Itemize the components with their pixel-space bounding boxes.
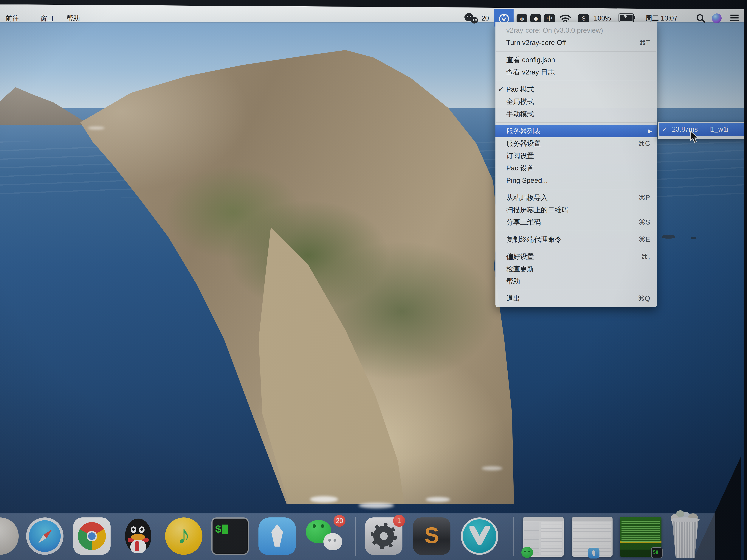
dock-terminal[interactable]: $: [211, 517, 249, 555]
menu-item-global-mode[interactable]: 全局模式: [495, 96, 657, 108]
dock-sublime-text[interactable]: S: [413, 517, 450, 555]
spotlight-icon[interactable]: [696, 14, 705, 23]
dock-qq[interactable]: [120, 517, 157, 555]
dock-window-wechat[interactable]: [523, 517, 564, 557]
dock-wechat[interactable]: 20: [306, 517, 343, 555]
submenu-arrow-icon: [648, 129, 652, 134]
dock-app-partial[interactable]: [0, 517, 19, 555]
submenu-item-server[interactable]: ✓ 23.87ms l1_w1i: [659, 123, 744, 136]
menu-item-server-list[interactable]: 服务器列表: [495, 125, 657, 137]
dock-system-preferences[interactable]: 1: [365, 517, 403, 555]
dock-safari[interactable]: [26, 517, 63, 555]
menu-item-server-settings[interactable]: 服务器设置⌘C: [495, 137, 657, 150]
system-preferences-badge: 1: [393, 515, 405, 527]
menu-go[interactable]: 前往: [6, 13, 19, 24]
server-list-submenu: ✓ 23.87ms l1_w1i: [658, 122, 744, 139]
menu-item-share-qr[interactable]: 分享二维码⌘S: [495, 216, 657, 229]
menu-item-scan-qr[interactable]: 扫描屏幕上的二维码: [495, 204, 657, 216]
menu-item-help[interactable]: 帮助: [495, 275, 657, 288]
dock-separator: [355, 517, 356, 556]
menu-item-import-from-pasteboard[interactable]: 从粘贴板导入⌘P: [495, 191, 657, 204]
notification-center-icon[interactable]: [730, 15, 739, 22]
server-name: l1_w1i: [709, 126, 728, 133]
mouse-cursor: [690, 131, 701, 144]
menu-item-preferences[interactable]: 偏好设置⌘,: [495, 250, 657, 263]
menu-item-ping-speed[interactable]: Ping Speed...: [495, 175, 657, 187]
input-method-icon[interactable]: 中: [544, 14, 555, 23]
screen: 前往 窗口 帮助 20 ☺ ◆ 中 S 100%: [0, 0, 744, 560]
sogou-icon[interactable]: S: [578, 14, 589, 23]
wechat-badge: 20: [334, 515, 345, 527]
menu-item-pac-settings[interactable]: Pac 设置: [495, 162, 657, 175]
menu-item-core-status: v2ray-core: On (v3.0.0.preview): [495, 24, 657, 36]
battery-charging-icon[interactable]: [619, 12, 636, 23]
menu-item-check-updates[interactable]: 检查更新: [495, 263, 657, 275]
dock-chrome[interactable]: [73, 517, 110, 555]
pen-icon[interactable]: ◆: [531, 14, 541, 23]
dock-qq-music[interactable]: ♪: [165, 517, 202, 555]
dock-v2rayu[interactable]: [461, 517, 498, 555]
server-check: ✓: [662, 126, 667, 133]
menu-item-subscription-settings[interactable]: 订阅设置: [495, 150, 657, 162]
menu-help[interactable]: 帮助: [67, 13, 80, 24]
dock-trash[interactable]: [670, 515, 701, 558]
dock-separator: [513, 517, 514, 556]
menu-item-turn-off[interactable]: Turn v2ray-core Off⌘T: [495, 36, 657, 49]
wechat-icon[interactable]: [464, 13, 480, 24]
wallpaper-islet: [662, 235, 675, 239]
dock-window-documents[interactable]: [572, 517, 613, 557]
menu-item-view-log[interactable]: 查看 v2ray 日志: [495, 66, 657, 78]
menu-window[interactable]: 窗口: [40, 13, 54, 24]
smiley-icon[interactable]: ☺: [517, 14, 527, 23]
menu-item-copy-proxy-command[interactable]: 复制终端代理命令⌘E: [495, 233, 657, 246]
dock-window-terminal[interactable]: $▮: [620, 517, 662, 557]
wallpaper-boat: [691, 237, 696, 239]
menu-item-quit[interactable]: 退出⌘Q: [495, 292, 657, 304]
menu-item-pac-mode[interactable]: ✓Pac 模式: [495, 83, 657, 96]
music-note-icon: ♪: [165, 519, 202, 550]
v2ray-menu: v2ray-core: On (v3.0.0.preview) Turn v2r…: [495, 22, 657, 307]
menu-item-manual-mode[interactable]: 手动模式: [495, 108, 657, 120]
dock-notes-blue-app[interactable]: [258, 517, 296, 555]
dock: ♪ $ 20 1 S: [0, 513, 715, 560]
screen-bezel-right: [744, 0, 747, 560]
siri-icon[interactable]: [712, 14, 722, 23]
menu-item-view-config[interactable]: 查看 config.json: [495, 54, 657, 66]
wechat-unread-count: 20: [482, 13, 489, 24]
